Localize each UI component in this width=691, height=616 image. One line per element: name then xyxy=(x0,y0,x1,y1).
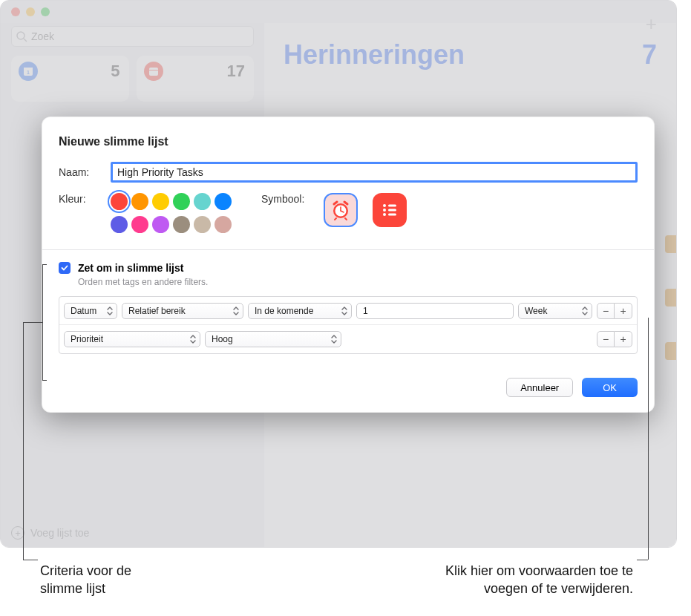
rule2-value-value: Hoog xyxy=(212,334,233,344)
chevron-updown-icon xyxy=(106,306,114,316)
rule1-field-value: Datum xyxy=(71,306,96,316)
color-swatch[interactable] xyxy=(194,193,211,210)
callout-criteria: Criteria voor de slimme lijst xyxy=(40,562,131,598)
annotation-line xyxy=(648,318,649,560)
smart-checkbox-subtitle: Orden met tags en andere filters. xyxy=(78,277,638,287)
callout-criteria-l1: Criteria voor de xyxy=(40,563,131,578)
chevron-updown-icon xyxy=(341,306,348,316)
rule2-field-value: Prioriteit xyxy=(71,334,103,344)
symbol-label: Symbool: xyxy=(261,193,324,205)
dialog-footer: Annuleer OK xyxy=(59,378,638,397)
color-swatch[interactable] xyxy=(111,193,128,210)
rule2-pm-group: − + xyxy=(597,331,632,347)
svg-rect-16 xyxy=(388,209,396,212)
annotation-line xyxy=(23,322,24,560)
svg-line-12 xyxy=(345,218,347,220)
svg-line-11 xyxy=(335,218,336,220)
svg-point-13 xyxy=(383,204,386,207)
symbol-bullet-list[interactable] xyxy=(373,193,407,227)
rule1-unit-select[interactable]: Week xyxy=(518,303,592,319)
color-swatch[interactable] xyxy=(131,193,148,210)
callout-addremove-l1: Klik hier om voorwaarden toe te xyxy=(445,563,633,578)
rule1-direction-select[interactable]: In de komende xyxy=(248,303,352,319)
chevron-updown-icon xyxy=(232,306,240,316)
rule-row-date: Datum Relatief bereik In de komende Week xyxy=(59,297,637,325)
rule1-pm-group: − + xyxy=(597,303,632,319)
color-swatch[interactable] xyxy=(152,193,169,210)
rule1-amount-input[interactable] xyxy=(356,303,514,319)
rule1-remove-button[interactable]: − xyxy=(597,303,615,319)
color-swatch[interactable] xyxy=(111,216,128,233)
name-label: Naam: xyxy=(59,166,111,178)
ok-button[interactable]: OK xyxy=(582,378,638,397)
color-swatch[interactable] xyxy=(152,216,169,233)
rule1-field-select[interactable]: Datum xyxy=(64,303,117,319)
svg-rect-14 xyxy=(388,205,396,207)
rule2-value-select[interactable]: Hoog xyxy=(205,331,341,347)
color-swatch[interactable] xyxy=(173,193,190,210)
rules-box: Datum Relatief bereik In de komende Week xyxy=(59,296,638,354)
reminders-window: 1 5 17 + Voeg lijst toe + Herinneringen … xyxy=(0,0,677,548)
rule2-remove-button[interactable]: − xyxy=(597,331,615,347)
name-row: Naam: xyxy=(59,162,638,183)
divider xyxy=(42,249,654,250)
rule1-unit-value: Week xyxy=(525,306,547,316)
chevron-updown-icon xyxy=(330,334,338,344)
callout-criteria-l2: slimme lijst xyxy=(40,581,105,596)
smart-checkbox-label: Zet om in slimme lijst xyxy=(78,262,183,274)
rule1-add-button[interactable]: + xyxy=(615,303,632,319)
new-smart-list-dialog: Nieuwe slimme lijst Naam: Kleur: Symbool… xyxy=(42,117,655,413)
cancel-button[interactable]: Annuleer xyxy=(506,378,573,397)
dialog-title: Nieuwe slimme lijst xyxy=(59,135,638,148)
color-swatch[interactable] xyxy=(131,216,148,233)
chevron-updown-icon xyxy=(581,306,589,316)
smart-checkbox-row[interactable]: Zet om in slimme lijst xyxy=(59,262,638,274)
annotation-line xyxy=(42,380,47,381)
svg-point-17 xyxy=(383,213,386,216)
color-swatch[interactable] xyxy=(214,193,232,210)
rule1-direction-value: In de komende xyxy=(255,306,313,316)
color-swatch[interactable] xyxy=(214,216,232,233)
color-swatch-group xyxy=(111,193,232,233)
annotation-line xyxy=(23,322,42,323)
rule2-field-select[interactable]: Prioriteit xyxy=(64,331,200,347)
smart-list-block: Zet om in slimme lijst Orden met tags en… xyxy=(59,262,638,354)
rule-row-priority: Prioriteit Hoog − + xyxy=(59,325,637,353)
color-symbol-row: Kleur: Symbool: xyxy=(59,193,638,233)
svg-point-15 xyxy=(383,209,386,212)
color-label: Kleur: xyxy=(59,193,111,233)
smart-checkbox[interactable] xyxy=(59,262,71,274)
rule2-add-button[interactable]: + xyxy=(615,331,632,347)
annotation-line xyxy=(23,560,38,560)
annotation-line xyxy=(42,264,43,380)
chevron-updown-icon xyxy=(189,334,197,344)
callout-addremove-l2: voegen of te verwijderen. xyxy=(484,581,633,596)
name-input[interactable] xyxy=(111,162,638,183)
color-swatch[interactable] xyxy=(194,216,211,233)
annotation-line xyxy=(637,560,648,560)
color-swatch[interactable] xyxy=(173,216,190,233)
callout-addremove: Klik hier om voorwaarden toe te voegen o… xyxy=(445,562,633,598)
svg-rect-18 xyxy=(388,214,396,216)
rule1-rangetype-select[interactable]: Relatief bereik xyxy=(122,303,243,319)
rule1-rangetype-value: Relatief bereik xyxy=(128,306,186,316)
symbol-alarm-clock[interactable] xyxy=(324,193,358,227)
